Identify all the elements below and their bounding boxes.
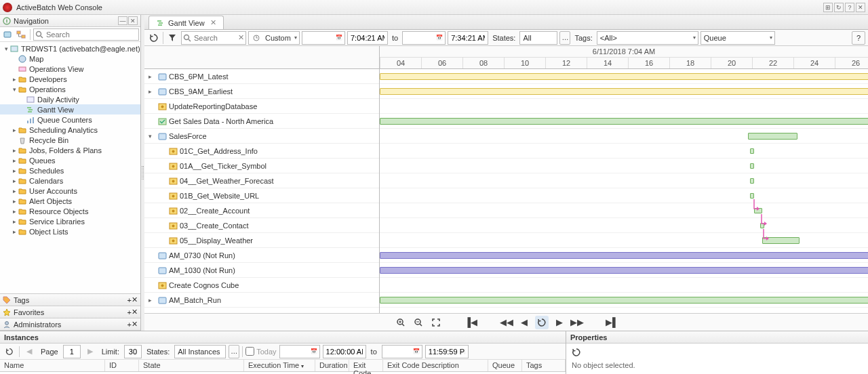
gantt-bar[interactable] [750,178,754,184]
tree-scheduling-analytics[interactable]: ▸Scheduling Analytics [0,125,140,135]
tree-resource-objects[interactable]: ▸Resource Objects [0,206,140,216]
tree-calendars[interactable]: ▸Calendars [0,175,140,186]
col-name[interactable]: Name [0,360,105,371]
refresh-button[interactable] [572,348,581,357]
close-button[interactable]: ✕ [132,320,138,329]
from-time-input[interactable] [323,345,366,358]
gantt-bar[interactable] [748,133,797,140]
tree-jobs-folders[interactable]: ▸Jobs, Folders & Plans [0,145,140,155]
tree-queue-counters[interactable]: Queue Counters [0,115,140,125]
settings-window-button[interactable]: ✕ [856,3,865,12]
tree-map[interactable]: Map [0,54,140,64]
col-exit-desc[interactable]: Exit Code Description [383,360,488,371]
accordion-tags[interactable]: Tags+✕ [0,294,140,306]
gantt-bar[interactable] [750,193,754,199]
close-button[interactable]: ✕ [132,295,138,304]
expand-caret[interactable]: ▾ [149,133,155,140]
gantt-bar[interactable] [750,148,754,154]
tree-developers[interactable]: ▸Developers [0,74,140,84]
gantt-task-row[interactable]: AM_1030 (Not Run) [144,263,379,278]
expand-caret[interactable]: ▸ [149,73,155,80]
nav-home-button[interactable] [1,28,14,41]
minimize-panel-button[interactable]: — [118,16,127,25]
zoom-fit-button[interactable] [429,316,443,329]
gantt-timeline[interactable]: 6/11/2018 7:04 AM 0406081012141618202224… [380,46,868,313]
gantt-task-row[interactable]: 02__Create_Account [144,203,379,218]
col-tags[interactable]: Tags [522,360,566,371]
fast-forward-button[interactable]: ▶▶ [570,316,584,329]
states-more-button[interactable]: … [559,31,570,45]
gantt-task-row[interactable]: ▸AM_Batch_Run [144,293,379,308]
gantt-bar[interactable] [380,73,868,80]
to-date-picker[interactable]: 📅 [382,345,422,358]
close-button[interactable]: ✕ [132,308,138,316]
to-time-input[interactable] [448,31,488,45]
nav-tree-button[interactable] [15,28,27,41]
navigation-search-input[interactable] [33,28,139,41]
gantt-task-row[interactable]: Create Cognos Cube [144,278,379,293]
tree-operations-view[interactable]: Operations View [0,64,140,74]
gantt-task-row[interactable]: 04__Get_Weather_Forecast [144,173,379,188]
tree-root[interactable]: ▾TRDWST1 (activebatch@eagle.net) [0,43,140,54]
gantt-bar[interactable] [750,163,754,169]
from-time-input[interactable] [347,31,388,45]
help-window-button[interactable]: ? [845,3,854,12]
states-select[interactable]: All Instances [174,345,226,358]
clear-search-button[interactable]: ✕ [238,33,244,42]
limit-input[interactable] [124,345,142,358]
close-panel-button[interactable]: ✕ [128,16,138,25]
gantt-task-row[interactable]: ▸CBS_6PM_Latest [144,69,379,84]
tree-alert-objects[interactable]: ▸Alert Objects [0,196,140,206]
accordion-administrators[interactable]: Administrators+✕ [0,318,140,331]
col-duration[interactable]: Duration [315,360,349,371]
goto-end-button[interactable]: ▶▌ [606,316,619,329]
accordion-favorites[interactable]: Favorites+✕ [0,306,140,318]
page-input[interactable] [63,345,81,358]
gantt-task-row[interactable]: 01A__Get_Ticker_Symbol [144,159,379,173]
prev-page-button[interactable]: ◀ [22,345,36,358]
refresh-button[interactable] [147,31,161,45]
refresh-window-button[interactable]: ↻ [834,3,844,12]
expand-caret[interactable]: ▸ [149,88,155,95]
to-date-picker[interactable]: 📅 [402,31,446,45]
gantt-task-row[interactable]: ▾SalesForce [144,129,379,144]
today-checkbox[interactable]: Today [245,347,276,356]
states-select[interactable]: All [519,31,557,45]
col-exit-code[interactable]: Exit Code [349,360,383,371]
gantt-bar[interactable] [380,88,868,95]
rewind-button[interactable]: ◀ [517,316,531,329]
col-exec-time[interactable]: Execution Time ▾ [244,360,315,371]
col-state[interactable]: State [139,360,244,371]
tags-select[interactable]: <All>▾ [597,31,698,45]
gantt-bar[interactable] [380,118,868,125]
gantt-task-row[interactable]: Get Sales Data - North America [144,114,379,129]
refresh-button[interactable] [3,345,16,358]
tab-gantt-view[interactable]: Gantt View ✕ [149,16,224,29]
from-date-picker[interactable]: 📅 [279,345,320,358]
tree-service-libraries[interactable]: ▸Service Libraries [0,216,140,226]
close-tab-button[interactable]: ✕ [210,18,216,27]
to-time-input[interactable] [425,345,469,358]
forward-button[interactable]: ▶ [553,316,566,329]
gantt-task-row[interactable]: 05__Display_Weather [144,233,379,248]
queue-select[interactable]: Queue▾ [701,31,775,45]
gantt-task-row[interactable]: AM_0730 (Not Run) [144,248,379,263]
zoom-out-button[interactable] [412,316,425,329]
gantt-task-row[interactable]: 01C_Get_Address_Info [144,144,379,159]
fast-rewind-button[interactable]: ◀◀ [500,316,513,329]
tree-daily-activity[interactable]: Daily Activity [0,94,140,104]
toggle-layout-button[interactable]: ⊞ [823,3,833,12]
tree-object-lists[interactable]: ▸Object Lists [0,226,140,236]
gantt-task-row[interactable]: UpdateReportingDatabase [144,99,379,114]
states-more-button[interactable]: … [229,345,239,358]
play-pause-button[interactable] [535,316,549,329]
from-date-picker[interactable]: 📅 [302,31,345,45]
gantt-task-row[interactable]: 01B_Get_Website_URL [144,188,379,203]
next-page-button[interactable]: ▶ [83,345,97,358]
gantt-bar[interactable] [380,297,868,304]
gantt-task-row[interactable]: ▸CBS_9AM_Earliest [144,84,379,99]
goto-start-button[interactable]: ▐◀ [465,316,478,329]
help-button[interactable]: ? [852,31,865,45]
tree-operations[interactable]: ▾Operations [0,84,140,94]
range-mode-select[interactable]: Custom▾ [248,31,300,45]
